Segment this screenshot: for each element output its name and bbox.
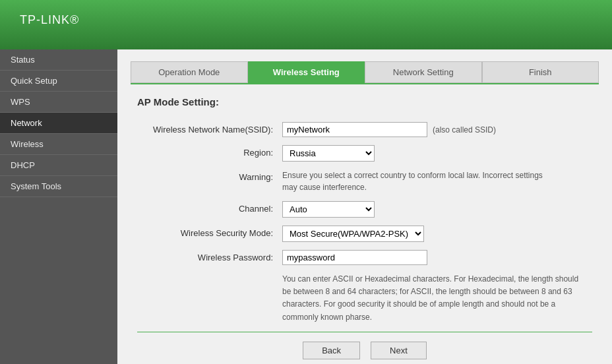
layout: Status Quick Setup WPS Network Wireless … (0, 49, 612, 364)
ssid-row: Wireless Network Name(SSID): (also calle… (137, 122, 592, 137)
security-select[interactable]: Most Secure(WPA/WPA2-PSK) WPA/WPA2-PSK D… (282, 226, 424, 242)
password-label: Wireless Password: (137, 250, 282, 262)
logo: TP-LINK® (20, 13, 79, 37)
content-area: AP Mode Setting: Wireless Network Name(S… (117, 84, 612, 364)
tab-operation-mode[interactable]: Operation Mode (131, 61, 248, 83)
password-row: Wireless Password: You can enter ASCII o… (137, 250, 592, 324)
warning-field: Ensure you select a correct country to c… (282, 169, 592, 193)
warning-label: Warning: (137, 169, 282, 182)
ssid-label: Wireless Network Name(SSID): (137, 122, 282, 135)
password-hint: You can enter ASCII or Hexadecimal chara… (282, 273, 586, 324)
sidebar-item-network[interactable]: Network (0, 113, 117, 134)
password-input[interactable] (282, 250, 427, 265)
region-select[interactable]: Russia United States Canada Germany Fran… (282, 145, 375, 162)
divider (137, 332, 592, 332)
sidebar-item-status[interactable]: Status (0, 49, 117, 71)
security-field: Most Secure(WPA/WPA2-PSK) WPA/WPA2-PSK D… (282, 226, 592, 242)
region-row: Region: Russia United States Canada Germ… (137, 145, 592, 162)
password-field: You can enter ASCII or Hexadecimal chara… (282, 250, 592, 324)
sidebar-item-quick-setup[interactable]: Quick Setup (0, 71, 117, 92)
ssid-field: (also called SSID) (282, 122, 592, 137)
channel-select[interactable]: Auto 1234 5678 910111213 (282, 201, 375, 218)
main-content: Operation Mode Wireless Setting Network … (117, 49, 612, 364)
region-label: Region: (137, 145, 282, 158)
region-field: Russia United States Canada Germany Fran… (282, 145, 592, 162)
sidebar-item-system-tools[interactable]: System Tools (0, 176, 117, 197)
sidebar: Status Quick Setup WPS Network Wireless … (0, 49, 117, 364)
security-label: Wireless Security Mode: (137, 226, 282, 238)
header: TP-LINK® (0, 0, 612, 49)
logo-trademark: ® (70, 13, 79, 26)
back-button[interactable]: Back (303, 342, 360, 359)
section-title: AP Mode Setting: (137, 96, 592, 110)
channel-field: Auto 1234 5678 910111213 (282, 201, 592, 218)
ssid-hint: (also called SSID) (433, 125, 496, 135)
security-row: Wireless Security Mode: Most Secure(WPA/… (137, 226, 592, 242)
sidebar-item-wireless[interactable]: Wireless (0, 134, 117, 155)
wizard-tabs: Operation Mode Wireless Setting Network … (131, 61, 599, 84)
channel-row: Channel: Auto 1234 5678 910111213 (137, 201, 592, 218)
channel-label: Channel: (137, 201, 282, 214)
ssid-input[interactable] (282, 122, 427, 137)
warning-row: Warning: Ensure you select a correct cou… (137, 169, 592, 193)
tab-network-setting[interactable]: Network Setting (365, 61, 482, 83)
logo-text: TP-LINK (20, 13, 70, 26)
sidebar-item-wps[interactable]: WPS (0, 92, 117, 113)
warning-text: Ensure you select a correct country to c… (282, 169, 559, 193)
sidebar-item-dhcp[interactable]: DHCP (0, 155, 117, 176)
button-row: Back Next (137, 342, 592, 359)
next-button[interactable]: Next (371, 342, 427, 359)
tab-wireless-setting[interactable]: Wireless Setting (248, 61, 365, 83)
tab-finish[interactable]: Finish (482, 61, 599, 83)
